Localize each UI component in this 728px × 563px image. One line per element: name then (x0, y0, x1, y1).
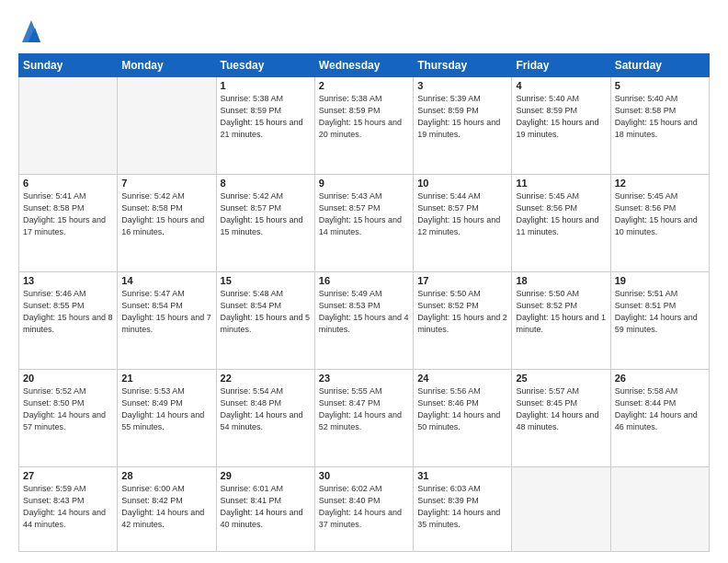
day-info: Sunrise: 5:50 AMSunset: 8:52 PMDaylight:… (417, 288, 507, 336)
table-row: 18Sunrise: 5:50 AMSunset: 8:52 PMDayligh… (512, 272, 610, 370)
calendar-table: Sunday Monday Tuesday Wednesday Thursday… (18, 53, 710, 552)
table-row: 7Sunrise: 5:42 AMSunset: 8:58 PMDaylight… (118, 175, 216, 272)
day-number: 2 (319, 80, 409, 91)
weekday-header-row: Sunday Monday Tuesday Wednesday Thursday… (19, 54, 710, 77)
table-row: 12Sunrise: 5:45 AMSunset: 8:56 PMDayligh… (610, 175, 709, 272)
day-number: 14 (121, 275, 211, 286)
header-tuesday: Tuesday (216, 54, 314, 77)
day-info: Sunrise: 6:03 AMSunset: 8:39 PMDaylight:… (417, 483, 507, 531)
table-row: 30Sunrise: 6:02 AMSunset: 8:40 PMDayligh… (314, 467, 413, 552)
day-number: 20 (23, 373, 113, 384)
day-number: 28 (121, 470, 211, 481)
day-info: Sunrise: 5:54 AMSunset: 8:48 PMDaylight:… (221, 385, 311, 433)
day-info: Sunrise: 5:52 AMSunset: 8:50 PMDaylight:… (23, 385, 113, 433)
logo (18, 15, 42, 44)
table-row: 21Sunrise: 5:53 AMSunset: 8:49 PMDayligh… (118, 370, 216, 467)
table-row: 8Sunrise: 5:42 AMSunset: 8:57 PMDaylight… (216, 175, 314, 272)
table-row (512, 467, 610, 552)
table-row: 10Sunrise: 5:44 AMSunset: 8:57 PMDayligh… (414, 175, 512, 272)
table-row: 15Sunrise: 5:48 AMSunset: 8:54 PMDayligh… (216, 272, 314, 370)
table-row: 31Sunrise: 6:03 AMSunset: 8:39 PMDayligh… (414, 467, 512, 552)
day-info: Sunrise: 5:49 AMSunset: 8:53 PMDaylight:… (319, 288, 409, 336)
day-number: 12 (615, 178, 705, 189)
day-info: Sunrise: 5:56 AMSunset: 8:46 PMDaylight:… (417, 385, 507, 433)
table-row: 26Sunrise: 5:58 AMSunset: 8:44 PMDayligh… (610, 370, 709, 467)
header-sunday: Sunday (19, 54, 118, 77)
table-row: 3Sunrise: 5:39 AMSunset: 8:59 PMDaylight… (414, 77, 512, 175)
table-row: 19Sunrise: 5:51 AMSunset: 8:51 PMDayligh… (610, 272, 709, 370)
header-wednesday: Wednesday (314, 54, 413, 77)
table-row: 14Sunrise: 5:47 AMSunset: 8:54 PMDayligh… (118, 272, 216, 370)
table-row: 20Sunrise: 5:52 AMSunset: 8:50 PMDayligh… (19, 370, 118, 467)
day-number: 25 (516, 373, 606, 384)
table-row: 2Sunrise: 5:38 AMSunset: 8:59 PMDaylight… (314, 77, 413, 175)
table-row: 22Sunrise: 5:54 AMSunset: 8:48 PMDayligh… (216, 370, 314, 467)
page: Sunday Monday Tuesday Wednesday Thursday… (0, 0, 728, 563)
table-row: 17Sunrise: 5:50 AMSunset: 8:52 PMDayligh… (414, 272, 512, 370)
table-row: 5Sunrise: 5:40 AMSunset: 8:58 PMDaylight… (610, 77, 709, 175)
day-number: 29 (221, 470, 311, 481)
day-info: Sunrise: 5:57 AMSunset: 8:45 PMDaylight:… (516, 385, 606, 433)
day-number: 5 (615, 80, 705, 91)
table-row: 24Sunrise: 5:56 AMSunset: 8:46 PMDayligh… (414, 370, 512, 467)
day-number: 1 (221, 80, 311, 91)
day-number: 18 (516, 275, 606, 286)
day-info: Sunrise: 5:38 AMSunset: 8:59 PMDaylight:… (319, 93, 409, 141)
day-number: 22 (221, 373, 311, 384)
day-info: Sunrise: 5:39 AMSunset: 8:59 PMDaylight:… (417, 93, 507, 141)
day-number: 17 (417, 275, 507, 286)
table-row: 27Sunrise: 5:59 AMSunset: 8:43 PMDayligh… (19, 467, 118, 552)
day-number: 23 (319, 373, 409, 384)
header-thursday: Thursday (414, 54, 512, 77)
table-row (118, 77, 216, 175)
header-friday: Friday (512, 54, 610, 77)
day-info: Sunrise: 5:45 AMSunset: 8:56 PMDaylight:… (615, 190, 705, 238)
day-number: 10 (417, 178, 507, 189)
table-row: 29Sunrise: 6:01 AMSunset: 8:41 PMDayligh… (216, 467, 314, 552)
day-number: 15 (221, 275, 311, 286)
day-number: 31 (417, 470, 507, 481)
table-row: 9Sunrise: 5:43 AMSunset: 8:57 PMDaylight… (314, 175, 413, 272)
day-number: 27 (23, 470, 113, 481)
day-info: Sunrise: 5:55 AMSunset: 8:47 PMDaylight:… (319, 385, 409, 433)
day-info: Sunrise: 5:40 AMSunset: 8:58 PMDaylight:… (615, 93, 705, 141)
day-info: Sunrise: 5:40 AMSunset: 8:59 PMDaylight:… (516, 93, 606, 141)
day-info: Sunrise: 5:38 AMSunset: 8:59 PMDaylight:… (221, 93, 311, 141)
table-row: 11Sunrise: 5:45 AMSunset: 8:56 PMDayligh… (512, 175, 610, 272)
day-info: Sunrise: 5:41 AMSunset: 8:58 PMDaylight:… (23, 190, 113, 238)
day-info: Sunrise: 5:48 AMSunset: 8:54 PMDaylight:… (221, 288, 311, 336)
day-number: 26 (615, 373, 705, 384)
day-number: 30 (319, 470, 409, 481)
day-info: Sunrise: 5:45 AMSunset: 8:56 PMDaylight:… (516, 190, 606, 238)
day-number: 3 (417, 80, 507, 91)
day-info: Sunrise: 5:47 AMSunset: 8:54 PMDaylight:… (121, 288, 211, 336)
day-info: Sunrise: 5:51 AMSunset: 8:51 PMDaylight:… (615, 288, 705, 336)
day-number: 11 (516, 178, 606, 189)
header-monday: Monday (118, 54, 216, 77)
table-row: 28Sunrise: 6:00 AMSunset: 8:42 PMDayligh… (118, 467, 216, 552)
table-row (19, 77, 118, 175)
day-info: Sunrise: 5:46 AMSunset: 8:55 PMDaylight:… (23, 288, 113, 336)
day-info: Sunrise: 5:50 AMSunset: 8:52 PMDaylight:… (516, 288, 606, 336)
day-number: 24 (417, 373, 507, 384)
day-number: 6 (23, 178, 113, 189)
table-row: 1Sunrise: 5:38 AMSunset: 8:59 PMDaylight… (216, 77, 314, 175)
day-number: 7 (121, 178, 211, 189)
day-number: 4 (516, 80, 606, 91)
header (18, 15, 710, 44)
day-number: 13 (23, 275, 113, 286)
day-info: Sunrise: 5:42 AMSunset: 8:58 PMDaylight:… (121, 190, 211, 238)
day-info: Sunrise: 5:59 AMSunset: 8:43 PMDaylight:… (23, 483, 113, 531)
table-row: 23Sunrise: 5:55 AMSunset: 8:47 PMDayligh… (314, 370, 413, 467)
day-number: 9 (319, 178, 409, 189)
day-info: Sunrise: 5:53 AMSunset: 8:49 PMDaylight:… (121, 385, 211, 433)
logo-icon (20, 17, 42, 44)
header-saturday: Saturday (610, 54, 709, 77)
table-row: 25Sunrise: 5:57 AMSunset: 8:45 PMDayligh… (512, 370, 610, 467)
table-row: 4Sunrise: 5:40 AMSunset: 8:59 PMDaylight… (512, 77, 610, 175)
day-info: Sunrise: 6:00 AMSunset: 8:42 PMDaylight:… (121, 483, 211, 531)
table-row: 6Sunrise: 5:41 AMSunset: 8:58 PMDaylight… (19, 175, 118, 272)
day-info: Sunrise: 5:42 AMSunset: 8:57 PMDaylight:… (221, 190, 311, 238)
day-info: Sunrise: 5:44 AMSunset: 8:57 PMDaylight:… (417, 190, 507, 238)
table-row (610, 467, 709, 552)
